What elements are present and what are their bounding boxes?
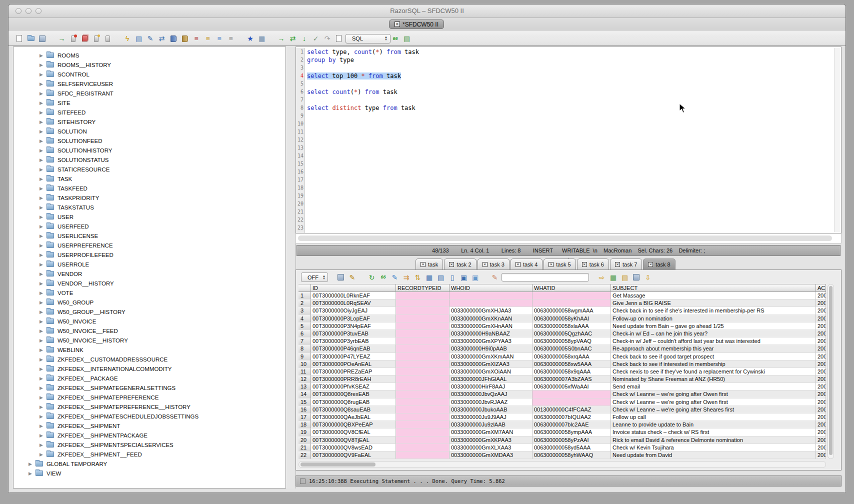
cell[interactable]	[396, 300, 450, 307]
cell[interactable]: 200	[816, 307, 826, 314]
result-tab-task[interactable]: ×task	[416, 258, 443, 270]
disclosure-triangle-icon[interactable]: ▶	[40, 243, 46, 248]
disclosure-triangle-icon[interactable]: ▶	[40, 433, 46, 438]
cell[interactable]: 0033000000JbvQzAAJ	[450, 390, 532, 398]
cell[interactable]: 19	[298, 428, 311, 436]
cell[interactable]	[396, 376, 450, 383]
cell[interactable]: 200	[816, 338, 826, 345]
cell[interactable]: Follow-up on nomination	[611, 315, 816, 322]
tree-item-selfserviceuser[interactable]: ▶SELFSERVICEUSER	[14, 79, 286, 88]
column-header-WHOID[interactable]: WHOID	[450, 284, 532, 292]
disclosure-triangle-icon[interactable]: ▶	[40, 386, 46, 390]
column-header-rownum[interactable]	[298, 284, 311, 292]
redo-icon[interactable]: ↷	[322, 34, 332, 44]
cell[interactable]: Check nexis to see if they've found a re…	[611, 368, 816, 376]
cell[interactable]: 006300000058wgmAAA	[532, 307, 611, 314]
tree-item-vote[interactable]: ▶VOTE	[14, 288, 286, 298]
open-file-icon[interactable]	[26, 34, 36, 44]
tree-item-zkfedex-package[interactable]: ▶ZKFEDEX__PACKAGE	[14, 374, 286, 383]
table-row[interactable]: 1100T3000000PREZaEAP0033000000GmXOiAAN00…	[298, 368, 826, 376]
cell[interactable]: 0033000000GmXHnAAN	[450, 322, 532, 330]
disclosure-triangle-icon[interactable]: ▶	[40, 310, 46, 314]
cell[interactable]	[396, 330, 450, 338]
cell[interactable]: 00630000007blc2AAE	[532, 421, 611, 428]
execute-sql-icon[interactable]: ϟ	[122, 34, 132, 44]
cell[interactable]: 0013000000C4fFCAAZ	[532, 406, 611, 414]
table-row[interactable]: 2100T3000000QV8wsEAD0033000000GmXLXAA300…	[298, 444, 826, 452]
tree-item-zkfedex-shipmatepreference[interactable]: ▶ZKFEDEX__SHIPMATEPREFERENCE	[14, 392, 286, 402]
cell[interactable]: Invoice status check – check w/ RS first	[611, 428, 816, 436]
disclosure-triangle-icon[interactable]: ▶	[40, 176, 46, 182]
download-icon[interactable]: ⇩	[643, 272, 652, 282]
cell[interactable]: 16	[298, 406, 311, 414]
cell[interactable]: 0033000000HirF8AAJ	[450, 383, 532, 390]
sql-code[interactable]: select type, count(*) from taskgroup by …	[307, 48, 834, 233]
tree-item-solution[interactable]: ▶SOLUTION	[14, 126, 286, 136]
disclosure-triangle-icon[interactable]: ▶	[40, 319, 46, 324]
scrollbar-thumb[interactable]	[300, 462, 376, 466]
disclosure-triangle-icon[interactable]: ▶	[40, 424, 46, 428]
cell[interactable]: 006300000058ympAAA	[532, 428, 611, 436]
results-vertical-scrollbar[interactable]	[828, 284, 834, 459]
tree-item-zkfedex-internationalcommodity[interactable]: ▶ZKFEDEX__INTERNATIONALCOMMODITY	[14, 364, 286, 374]
cell[interactable]: 00630000005S0bnAAC	[532, 345, 611, 352]
disclosure-triangle-icon[interactable]: ▶	[40, 452, 46, 457]
tree-item-rooms-history[interactable]: ▶ROOMS__HISTORY	[14, 60, 286, 70]
table-row[interactable]: 1900T3000000QV8CfEAL0033000000GmXM7AAN00…	[298, 428, 826, 436]
cell[interactable]: 0033000000GmXHJAA3	[450, 307, 532, 314]
results-search-input[interactable]	[502, 273, 589, 282]
disclosure-triangle-icon[interactable]: ▶	[40, 376, 46, 381]
cell[interactable]: 0033000000Ju9J9AAJ	[450, 414, 532, 421]
cell[interactable]: 00T3000000Q8sauEAB	[311, 406, 396, 414]
cell[interactable]: Need update from Bain – gave go ahead 1/…	[611, 322, 816, 330]
cell[interactable]: 00630000007A3bZAAS	[532, 376, 611, 383]
cell[interactable]: 00T3000000QAeJbEAL	[311, 414, 396, 421]
save-all-results-icon[interactable]	[632, 272, 641, 282]
cell[interactable]: 12	[298, 376, 311, 383]
cell[interactable]	[396, 338, 450, 345]
cell[interactable]: 200	[816, 360, 826, 368]
results-horizontal-scrollbar[interactable]	[298, 461, 826, 468]
disclosure-triangle-icon[interactable]: ▶	[40, 91, 46, 96]
cell[interactable]	[450, 300, 532, 307]
new-file-icon[interactable]	[14, 34, 24, 44]
edit-results-icon[interactable]: ✎	[348, 272, 357, 282]
cell[interactable]: 200	[816, 452, 826, 459]
cell[interactable]: Need update from David	[611, 452, 816, 459]
cell[interactable]: 200	[816, 376, 826, 383]
disclosure-triangle-icon[interactable]: ▶	[40, 82, 46, 86]
tree-item-solutionstatus[interactable]: ▶SOLUTIONSTATUS	[14, 155, 286, 164]
tree-item-scontrol[interactable]: ▶SCONTROL	[14, 70, 286, 79]
tree-item-rooms[interactable]: ▶ROOMS	[14, 50, 286, 60]
cell[interactable]: 006300000058ypVAAQ	[532, 338, 611, 345]
tree-item-sitefeed[interactable]: ▶SITEFEED	[14, 108, 286, 117]
disclosure-triangle-icon[interactable]: ▶	[40, 290, 46, 296]
result-tab-task-7[interactable]: ×task 7	[610, 258, 642, 270]
tree-item-zkfedex-shipment-feed[interactable]: ▶ZKFEDEX__SHIPMENT__FEED	[14, 450, 286, 459]
cell[interactable]: 00T3000000P3yrbEAB	[311, 338, 396, 345]
edit-sql-icon[interactable]: ✎	[146, 34, 155, 44]
run-statement-icon[interactable]: →	[276, 34, 286, 44]
find-results-icon[interactable]: 66	[378, 272, 388, 282]
cell[interactable]	[396, 436, 450, 444]
disclosure-triangle-icon[interactable]: ▶	[40, 328, 46, 334]
describe-list-icon[interactable]: ≡	[192, 34, 201, 44]
cell[interactable]	[396, 414, 450, 421]
table-row[interactable]: 100T3000000L0RknEAFGet Massage200	[298, 292, 826, 300]
cell[interactable]: Give Jenn a BIG RAISE	[611, 300, 816, 307]
cell[interactable]	[396, 345, 450, 352]
cell[interactable]: 7	[298, 338, 311, 345]
tree-item-zkfedex-shipmategeneralsettings[interactable]: ▶ZKFEDEX__SHIPMATEGENERALSETTINGS	[14, 383, 286, 392]
disclosure-triangle-icon[interactable]: ▶	[40, 196, 46, 200]
cell[interactable]: 00630000005QgzhAAC	[532, 330, 611, 338]
favorites-star-icon[interactable]: ★	[246, 34, 255, 44]
cell[interactable]	[396, 292, 450, 300]
cell[interactable]: 00T3000000P3LopEAF	[311, 315, 396, 322]
tree-item-userprofilefeed[interactable]: ▶USERPROFILEFEED	[14, 250, 286, 260]
tree-item-w50-group[interactable]: ▶W50_GROUP	[14, 298, 286, 307]
cell[interactable]: 2	[298, 300, 311, 307]
column-header-ID[interactable]: ID	[311, 284, 396, 292]
tree-item-w50-group-history[interactable]: ▶W50_GROUP__HISTORY	[14, 307, 286, 316]
cell[interactable]: 0033000000JbukoAAB	[450, 406, 532, 414]
cell[interactable]: 0033000000GmXKPAA3	[450, 436, 532, 444]
